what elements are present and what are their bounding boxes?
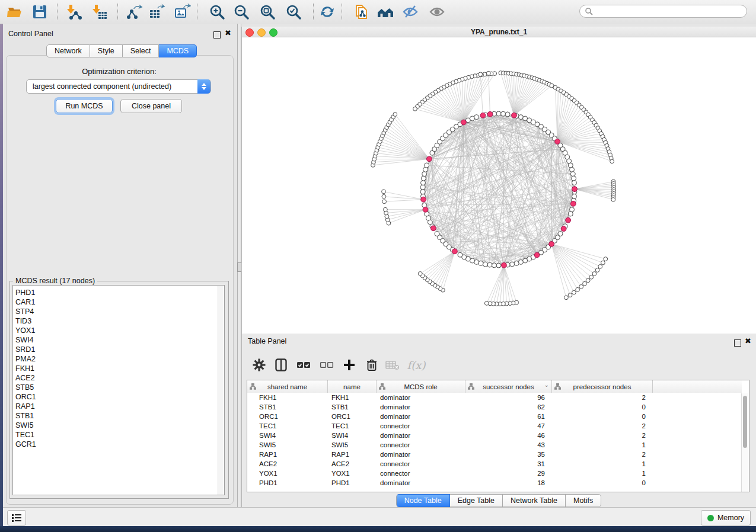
graph-node[interactable] [604, 257, 608, 261]
graph-node[interactable] [382, 200, 387, 204]
graph-node[interactable] [518, 259, 523, 264]
graph-node[interactable] [572, 181, 577, 185]
mcds-result-item[interactable]: CAR1 [13, 297, 224, 307]
column-header-name[interactable]: name [328, 380, 377, 393]
column-header-shared-name[interactable]: shared name [247, 380, 328, 393]
graph-node[interactable] [572, 290, 576, 294]
graph-node[interactable] [496, 111, 501, 116]
mcds-result-item[interactable]: SRD1 [13, 345, 224, 354]
mcds-hub-node[interactable] [502, 262, 507, 268]
mcds-result-item[interactable]: SWI5 [13, 421, 224, 430]
table-row[interactable]: SWI4SWI4dominator462 [247, 431, 742, 440]
export-table-button[interactable] [146, 2, 167, 22]
mcds-result-item[interactable]: RAP1 [13, 402, 224, 411]
mcds-hub-node[interactable] [427, 156, 432, 162]
open-file-button[interactable] [5, 2, 25, 22]
table-tab-node-table[interactable]: Node Table [396, 494, 450, 507]
mcds-hub-node[interactable] [549, 242, 554, 247]
mcds-hub-node[interactable] [572, 187, 578, 192]
graph-node[interactable] [611, 198, 615, 202]
run-mcds-button[interactable]: Run MCDS [56, 99, 113, 113]
graph-node[interactable] [598, 265, 602, 269]
graph-node[interactable] [576, 287, 580, 291]
graph-node[interactable] [610, 159, 614, 164]
zoom-in-button[interactable] [207, 2, 227, 22]
save-session-button[interactable] [30, 2, 50, 22]
mcds-hub-node[interactable] [512, 113, 517, 118]
mcds-hub-node[interactable] [561, 226, 566, 232]
mcds-hub-node[interactable] [480, 113, 486, 118]
graph-node[interactable] [486, 71, 490, 75]
table-row[interactable]: YOX1YOX1connector291 [247, 469, 742, 478]
close-panel-button[interactable]: Close panel [120, 99, 182, 113]
table-row[interactable]: FKH1FKH1dominator962 [247, 393, 742, 402]
mcds-result-item[interactable]: SWI4 [13, 335, 224, 345]
memory-button[interactable]: Memory [701, 510, 751, 525]
mcds-result-item[interactable]: ACE2 [13, 373, 224, 383]
graph-node[interactable] [595, 268, 599, 273]
graph-node[interactable] [572, 176, 576, 181]
graph-node[interactable] [425, 163, 429, 168]
graph-node[interactable] [583, 281, 587, 286]
graph-node[interactable] [568, 293, 572, 297]
graph-node[interactable] [501, 111, 506, 116]
mcds-hub-node[interactable] [566, 217, 571, 223]
mcds-result-item[interactable]: ORC1 [13, 392, 224, 402]
mcds-hub-node[interactable] [431, 226, 436, 231]
graph-node[interactable] [420, 185, 425, 190]
graph-node[interactable] [568, 163, 573, 168]
mcds-hub-node[interactable] [534, 252, 540, 258]
apply-layout-button[interactable] [317, 2, 337, 22]
graph-node[interactable] [510, 262, 515, 267]
graph-node[interactable] [435, 232, 439, 236]
column-header-successor-nodes[interactable]: successor nodes⌄ [465, 380, 552, 393]
graph-node[interactable] [564, 296, 569, 300]
tab-network[interactable]: Network [46, 44, 90, 57]
mcds-result-item[interactable]: TID3 [13, 316, 224, 326]
mcds-result-item[interactable]: GCR1 [13, 440, 224, 449]
graph-node[interactable] [479, 261, 483, 265]
delete-column-button[interactable] [363, 357, 380, 373]
table-scrollbar-thumb[interactable] [743, 396, 747, 448]
graph-node[interactable] [570, 167, 575, 172]
graph-node[interactable] [570, 207, 575, 212]
mcds-result-item[interactable]: PHD1 [13, 288, 224, 297]
graph-node[interactable] [483, 262, 487, 267]
table-tab-edge-table[interactable]: Edge Table [450, 494, 503, 507]
column-header-mcds-role[interactable]: MCDS role [377, 380, 465, 393]
table-panel-float-button[interactable] [734, 338, 741, 349]
deselect-all-rows-button[interactable] [318, 357, 335, 373]
control-panel-close-button[interactable]: ✖ [225, 30, 231, 36]
mcds-result-item[interactable]: PMA2 [13, 354, 224, 364]
network-canvas[interactable] [241, 37, 756, 334]
export-network-button[interactable] [125, 2, 145, 22]
graph-node[interactable] [422, 172, 427, 177]
mcds-hub-node[interactable] [570, 201, 576, 206]
graph-node[interactable] [458, 252, 462, 257]
graph-node[interactable] [484, 302, 489, 306]
show-all-button[interactable] [375, 2, 395, 22]
graph-node[interactable] [421, 181, 426, 185]
graph-node[interactable] [474, 115, 479, 120]
tab-style[interactable]: Style [90, 44, 123, 57]
graph-node[interactable] [601, 261, 605, 265]
graph-node[interactable] [505, 112, 510, 117]
graph-node[interactable] [586, 278, 590, 283]
mcds-result-item[interactable]: YOX1 [13, 326, 224, 335]
table-row[interactable]: STB1STB1dominator620 [247, 402, 742, 412]
graph-node[interactable] [592, 272, 596, 276]
zoom-fit-button[interactable] [257, 2, 277, 22]
control-panel-float-button[interactable] [213, 30, 221, 41]
table-row[interactable]: TEC1TEC1connector472 [247, 421, 742, 431]
export-image-button[interactable] [172, 2, 192, 22]
mcds-result-item[interactable]: TEC1 [13, 430, 224, 440]
add-column-button[interactable] [341, 357, 358, 373]
import-network-button[interactable] [64, 2, 84, 22]
mcds-hub-node[interactable] [461, 120, 467, 125]
mcds-result-item[interactable]: STB1 [13, 411, 224, 421]
graph-node[interactable] [420, 190, 425, 194]
graph-node[interactable] [570, 172, 575, 177]
show-eye-button[interactable] [427, 2, 447, 22]
criterion-select[interactable]: largest connected component (undirected) [26, 79, 211, 94]
mcds-hub-node[interactable] [452, 249, 458, 254]
